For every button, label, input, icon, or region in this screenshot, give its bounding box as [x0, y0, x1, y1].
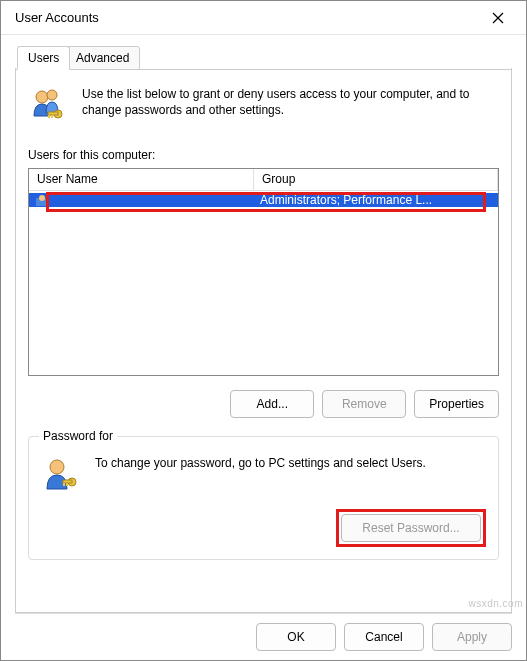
add-button[interactable]: Add...	[230, 390, 314, 418]
password-inner: To change your password, go to PC settin…	[41, 455, 486, 495]
tab-users[interactable]: Users	[17, 46, 70, 70]
cell-group: Administrators; Performance L...	[254, 193, 498, 207]
reset-password-button: Reset Password...	[341, 514, 481, 542]
titlebar: User Accounts	[1, 1, 526, 35]
window-title: User Accounts	[15, 10, 480, 25]
apply-button: Apply	[432, 623, 512, 651]
user-key-icon	[41, 455, 81, 495]
close-button[interactable]	[480, 1, 516, 34]
cancel-button[interactable]: Cancel	[344, 623, 424, 651]
user-accounts-dialog: User Accounts Users Advanced	[0, 0, 527, 661]
svg-point-2	[36, 91, 48, 103]
svg-rect-12	[63, 480, 72, 483]
users-panel: Use the list below to grant or deny user…	[15, 68, 512, 613]
annotation-highlight-reset: Reset Password...	[336, 509, 486, 547]
svg-rect-6	[48, 115, 50, 118]
svg-point-9	[39, 195, 45, 201]
svg-point-10	[50, 460, 64, 474]
close-icon	[492, 12, 504, 24]
password-groupbox: Password for To change your password, go…	[28, 436, 499, 560]
reset-row: Reset Password...	[41, 509, 486, 547]
svg-rect-7	[51, 115, 53, 118]
svg-rect-5	[48, 112, 58, 115]
tab-strip: Users Advanced	[15, 45, 512, 69]
list-row[interactable]: Administrators; Performance L...	[29, 191, 498, 209]
watermark-text: wsxdn.com	[468, 598, 523, 609]
password-group-title: Password for	[39, 429, 117, 443]
password-text: To change your password, go to PC settin…	[95, 455, 426, 471]
intro-text: Use the list below to grant or deny user…	[82, 86, 499, 118]
users-list-label: Users for this computer:	[28, 148, 499, 162]
tab-advanced[interactable]: Advanced	[65, 46, 140, 70]
user-icon	[35, 193, 49, 207]
client-area: Users Advanced Use the list below to gra…	[1, 35, 526, 613]
svg-rect-14	[66, 483, 68, 486]
properties-button[interactable]: Properties	[414, 390, 499, 418]
remove-button: Remove	[322, 390, 406, 418]
svg-rect-13	[63, 483, 65, 486]
cell-username	[29, 193, 254, 207]
ok-button[interactable]: OK	[256, 623, 336, 651]
svg-point-3	[47, 90, 57, 100]
dialog-footer: OK Cancel Apply	[1, 614, 526, 660]
col-header-group[interactable]: Group	[254, 169, 498, 190]
intro-row: Use the list below to grant or deny user…	[28, 86, 499, 126]
list-header: User Name Group	[29, 169, 498, 191]
list-button-row: Add... Remove Properties	[28, 390, 499, 418]
users-listbox[interactable]: User Name Group Administrators; Performa…	[28, 168, 499, 376]
col-header-username[interactable]: User Name	[29, 169, 254, 190]
users-keys-icon	[28, 86, 68, 126]
